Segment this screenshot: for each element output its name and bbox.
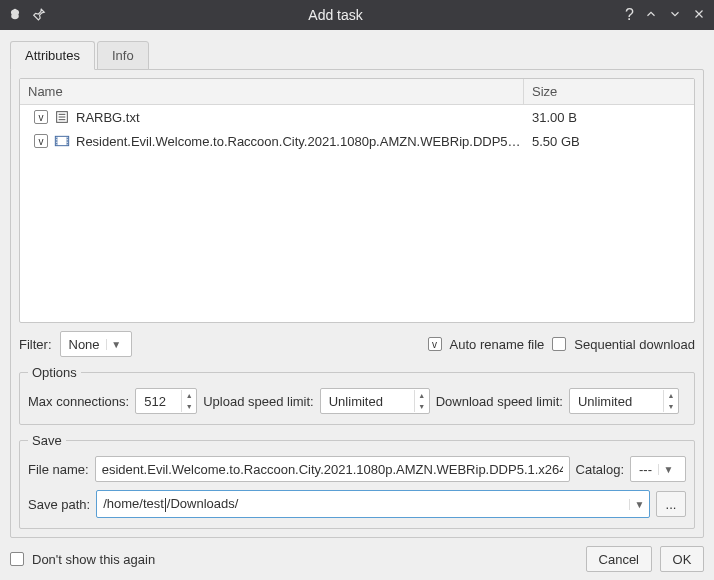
- svg-point-11: [67, 140, 68, 141]
- save-legend: Save: [28, 433, 66, 448]
- file-size: 5.50 GB: [524, 134, 694, 149]
- options-legend: Options: [28, 365, 81, 380]
- max-connections-spinner[interactable]: 512 ▲▼: [135, 388, 197, 414]
- options-group: Options Max connections: 512 ▲▼ Upload s…: [19, 365, 695, 425]
- file-name: RARBG.txt: [76, 110, 140, 125]
- app-icon: [8, 7, 22, 24]
- row-checkbox[interactable]: v: [34, 110, 48, 124]
- svg-point-7: [56, 138, 57, 139]
- window-title: Add task: [46, 7, 625, 23]
- sequential-download-checkbox[interactable]: v: [552, 337, 566, 351]
- text-file-icon: [54, 109, 70, 125]
- catalog-label: Catalog:: [576, 462, 624, 477]
- filename-label: File name:: [28, 462, 89, 477]
- column-header-name[interactable]: Name: [20, 79, 524, 104]
- maximize-icon[interactable]: [668, 7, 682, 24]
- help-icon[interactable]: ?: [625, 6, 634, 24]
- chevron-down-icon: ▼: [658, 464, 674, 475]
- cancel-button[interactable]: Cancel: [586, 546, 652, 572]
- spin-down-icon[interactable]: ▼: [182, 401, 196, 412]
- upload-limit-spinner[interactable]: Unlimited ▲▼: [320, 388, 430, 414]
- auto-rename-checkbox[interactable]: v: [428, 337, 442, 351]
- filter-label: Filter:: [19, 337, 52, 352]
- upload-limit-label: Upload speed limit:: [203, 394, 314, 409]
- save-group: Save File name: Catalog: --- ▼ Save path…: [19, 433, 695, 529]
- spin-down-icon[interactable]: ▼: [415, 401, 429, 412]
- file-table-header: Name Size: [20, 79, 694, 105]
- svg-point-10: [67, 138, 68, 139]
- dont-show-label: Don't show this again: [32, 552, 155, 567]
- browse-button[interactable]: ...: [656, 491, 686, 517]
- tab-attributes[interactable]: Attributes: [10, 41, 95, 70]
- column-header-size[interactable]: Size: [524, 79, 694, 104]
- svg-point-12: [67, 143, 68, 144]
- filter-select[interactable]: None ▼: [60, 331, 132, 357]
- chevron-down-icon: ▼: [106, 339, 122, 350]
- download-limit-spinner[interactable]: Unlimited ▲▼: [569, 388, 679, 414]
- savepath-label: Save path:: [28, 497, 90, 512]
- spin-down-icon[interactable]: ▼: [664, 401, 678, 412]
- sequential-download-label: Sequential download: [574, 337, 695, 352]
- spin-up-icon[interactable]: ▲: [415, 390, 429, 401]
- tab-info[interactable]: Info: [97, 41, 149, 70]
- file-size: 31.00 B: [524, 110, 694, 125]
- spin-up-icon[interactable]: ▲: [182, 390, 196, 401]
- max-connections-label: Max connections:: [28, 394, 129, 409]
- table-row[interactable]: v RARBG.txt 31.00 B: [20, 105, 694, 129]
- file-name: Resident.Evil.Welcome.to.Raccoon.City.20…: [76, 134, 524, 149]
- video-file-icon: [54, 133, 70, 149]
- file-table: Name Size v RARBG.txt 31.00 B v: [19, 78, 695, 323]
- svg-point-9: [56, 143, 57, 144]
- pin-icon[interactable]: [32, 7, 46, 24]
- chevron-down-icon[interactable]: ▼: [629, 499, 649, 510]
- catalog-select[interactable]: --- ▼: [630, 456, 686, 482]
- table-row[interactable]: v Resident.Evil.Welcome.to.Raccoon.City.…: [20, 129, 694, 153]
- download-limit-label: Download speed limit:: [436, 394, 563, 409]
- dont-show-checkbox[interactable]: v: [10, 552, 24, 566]
- filename-input[interactable]: [95, 456, 570, 482]
- minimize-icon[interactable]: [644, 7, 658, 24]
- tab-bar: Attributes Info: [10, 41, 704, 70]
- auto-rename-label: Auto rename file: [450, 337, 545, 352]
- tab-panel-attributes: Name Size v RARBG.txt 31.00 B v: [10, 69, 704, 538]
- svg-point-8: [56, 140, 57, 141]
- spin-up-icon[interactable]: ▲: [664, 390, 678, 401]
- close-icon[interactable]: [692, 7, 706, 24]
- row-checkbox[interactable]: v: [34, 134, 48, 148]
- ok-button[interactable]: OK: [660, 546, 704, 572]
- titlebar: Add task ?: [0, 0, 714, 30]
- savepath-combobox[interactable]: /home/test/Downloads/ ▼: [96, 490, 650, 518]
